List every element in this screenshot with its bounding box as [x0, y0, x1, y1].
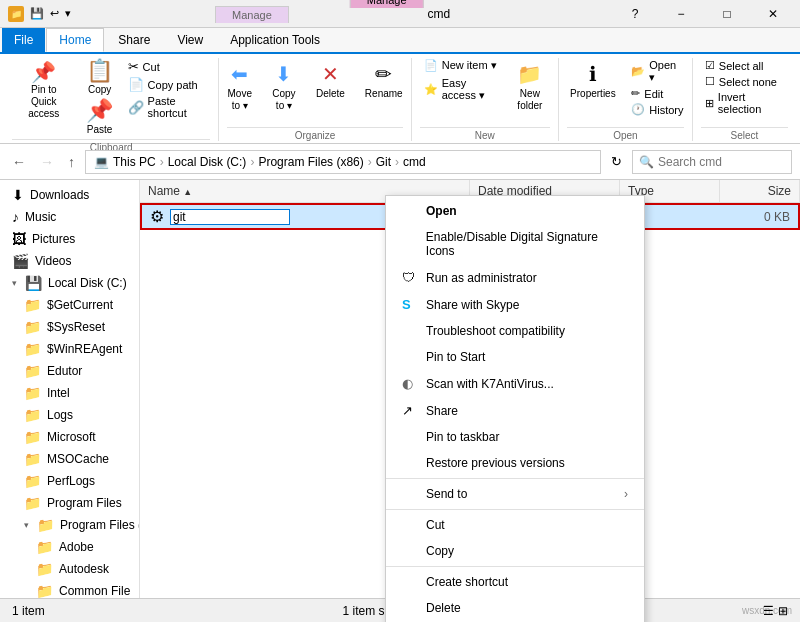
ctx-runadmin[interactable]: 🛡 Run as administrator: [386, 264, 644, 291]
edit-label: Edit: [644, 88, 663, 100]
path-thispc[interactable]: This PC: [113, 155, 156, 169]
sidebar-item-logs[interactable]: 📁 Logs: [0, 404, 139, 426]
sidebar-item-msocache[interactable]: 📁 MSOCache: [0, 448, 139, 470]
sidebar-item-adobe[interactable]: 📁 Adobe: [0, 536, 139, 558]
ctx-share-label: Share: [426, 404, 458, 418]
open-btn[interactable]: 📂 Open ▾: [627, 58, 688, 85]
search-input[interactable]: [658, 155, 785, 169]
ctx-pintaskbar[interactable]: Pin to taskbar: [386, 424, 644, 450]
new-item-icon: 📄: [424, 59, 438, 72]
sidebar-item-pictures[interactable]: 🖼 Pictures: [0, 228, 139, 250]
paste-btn[interactable]: 📌 Paste: [80, 98, 120, 137]
new-item-btn[interactable]: 📄 New item ▾: [420, 58, 506, 73]
tab-home[interactable]: Home: [46, 28, 104, 52]
edit-btn[interactable]: ✏ Edit: [627, 86, 688, 101]
ribbon: 📌 Pin to Quickaccess 📋 Copy 📌 Paste ✂ Cu…: [0, 54, 800, 144]
sidebar-item-getcurrent[interactable]: 📁 $GetCurrent: [0, 294, 139, 316]
ctx-createshortcut[interactable]: Create shortcut: [386, 569, 644, 595]
clipboard-col: 📋 Copy 📌 Paste: [80, 58, 120, 137]
invert-icon: ⊞: [705, 97, 714, 110]
sidebar-label-downloads: Downloads: [30, 188, 89, 202]
select-content: ☑ Select all ☐ Select none ⊞ Invert sele…: [701, 58, 788, 125]
ctx-share[interactable]: ↗ Share: [386, 397, 644, 424]
sidebar-label-pictures: Pictures: [32, 232, 75, 246]
path-cmd[interactable]: cmd: [403, 155, 426, 169]
new-folder-btn[interactable]: 📁 Newfolder: [510, 58, 550, 116]
ctx-delete[interactable]: Delete: [386, 595, 644, 621]
path-git[interactable]: Git: [376, 155, 391, 169]
quicktool-save[interactable]: 💾: [28, 5, 46, 22]
ctx-copy[interactable]: Copy: [386, 538, 644, 564]
ctx-cut[interactable]: Cut: [386, 512, 644, 538]
ctx-k7antivirus[interactable]: ◐ Scan with K7AntiVirus...: [386, 370, 644, 397]
delete-btn[interactable]: ✕ Delete: [308, 58, 353, 103]
easy-access-btn[interactable]: ⭐ Easy access ▾: [420, 76, 506, 103]
refresh-btn[interactable]: ↻: [607, 152, 626, 171]
ctx-pinstart[interactable]: Pin to Start: [386, 344, 644, 370]
pin-to-quickaccess-btn[interactable]: 📌 Pin to Quickaccess: [12, 58, 76, 124]
select-col: ☑ Select all ☐ Select none ⊞ Invert sele…: [701, 58, 788, 116]
sidebar-item-perflogs[interactable]: 📁 PerfLogs: [0, 470, 139, 492]
git-filename-input[interactable]: [170, 209, 290, 225]
sidebar-item-downloads[interactable]: ⬇ Downloads: [0, 184, 139, 206]
quicktool-undo[interactable]: ↩: [48, 5, 61, 22]
downloads-icon: ⬇: [12, 187, 24, 203]
sidebar-item-music[interactable]: ♪ Music: [0, 206, 139, 228]
select-all-btn[interactable]: ☑ Select all: [701, 58, 788, 73]
sidebar-item-localdisk[interactable]: ▾ 💾 Local Disk (C:): [0, 272, 139, 294]
manage-floating-tab[interactable]: Manage: [215, 6, 289, 23]
help-btn[interactable]: ?: [612, 0, 658, 28]
properties-btn[interactable]: ℹ Properties: [562, 58, 623, 103]
properties-label: Properties: [570, 88, 616, 99]
ctx-restore[interactable]: Restore previous versions: [386, 450, 644, 476]
organize-label: Organize: [227, 127, 402, 141]
invert-selection-btn[interactable]: ⊞ Invert selection: [701, 90, 788, 116]
sidebar-label-logs: Logs: [47, 408, 73, 422]
paste-shortcut-btn[interactable]: 🔗 Paste shortcut: [124, 94, 211, 120]
tab-file[interactable]: File: [2, 28, 45, 52]
header-size[interactable]: Size: [720, 180, 800, 202]
copy-btn[interactable]: 📋 Copy: [80, 58, 120, 97]
clipboard-small-col: ✂ Cut 📄 Copy path 🔗 Paste shortcut: [124, 58, 211, 120]
tab-view[interactable]: View: [164, 28, 216, 52]
move-to-btn[interactable]: ⬅ Moveto ▾: [219, 58, 259, 116]
ctx-troubleshoot[interactable]: Troubleshoot compatibility: [386, 318, 644, 344]
ctx-sendto[interactable]: Send to ›: [386, 481, 644, 507]
minimize-btn[interactable]: −: [658, 0, 704, 28]
sidebar-item-videos[interactable]: 🎬 Videos: [0, 250, 139, 272]
sidebar-item-sysreset[interactable]: 📁 $SysReset: [0, 316, 139, 338]
rename-btn[interactable]: ✏ Rename: [357, 58, 411, 103]
tab-apptools[interactable]: Application Tools: [217, 28, 333, 52]
sidebar-item-programfiles[interactable]: 📁 Program Files: [0, 492, 139, 514]
copy-path-btn[interactable]: 📄 Copy path: [124, 76, 211, 93]
sidebar-item-programfilesx86[interactable]: ▾ 📁 Program Files (: [0, 514, 139, 536]
history-btn[interactable]: 🕐 History: [627, 102, 688, 117]
cut-btn[interactable]: ✂ Cut: [124, 58, 211, 75]
history-icon: 🕐: [631, 103, 645, 116]
invert-label: Invert selection: [718, 91, 784, 115]
quicktool-dropdown[interactable]: ▾: [63, 5, 73, 22]
tab-share[interactable]: Share: [105, 28, 163, 52]
manage-tab-top[interactable]: Manage: [350, 0, 424, 8]
forward-btn[interactable]: →: [36, 152, 58, 172]
close-btn[interactable]: ✕: [750, 0, 796, 28]
path-programfiles[interactable]: Program Files (x86): [258, 155, 363, 169]
sidebar-item-edutor[interactable]: 📁 Edutor: [0, 360, 139, 382]
back-btn[interactable]: ←: [8, 152, 30, 172]
up-btn[interactable]: ↑: [64, 152, 79, 172]
open-small-col: 📂 Open ▾ ✏ Edit 🕐 History: [627, 58, 688, 117]
sidebar-item-intel[interactable]: 📁 Intel: [0, 382, 139, 404]
ctx-open[interactable]: Open: [386, 198, 644, 224]
ctx-digsig[interactable]: Enable/Disable Digital Signature Icons: [386, 224, 644, 264]
maximize-btn[interactable]: □: [704, 0, 750, 28]
address-path[interactable]: 💻 This PC › Local Disk (C:) › Program Fi…: [85, 150, 601, 174]
sidebar-label-winreagent: $WinREAgent: [47, 342, 122, 356]
sidebar-item-winreagent[interactable]: 📁 $WinREAgent: [0, 338, 139, 360]
ctx-shareskype[interactable]: S Share with Skype: [386, 291, 644, 318]
sidebar-item-autodesk[interactable]: 📁 Autodesk: [0, 558, 139, 580]
path-localdisk[interactable]: Local Disk (C:): [168, 155, 247, 169]
sidebar-item-microsoft[interactable]: 📁 Microsoft: [0, 426, 139, 448]
select-none-btn[interactable]: ☐ Select none: [701, 74, 788, 89]
copy-to-btn[interactable]: ⬇ Copyto ▾: [264, 58, 304, 116]
search-box[interactable]: 🔍: [632, 150, 792, 174]
